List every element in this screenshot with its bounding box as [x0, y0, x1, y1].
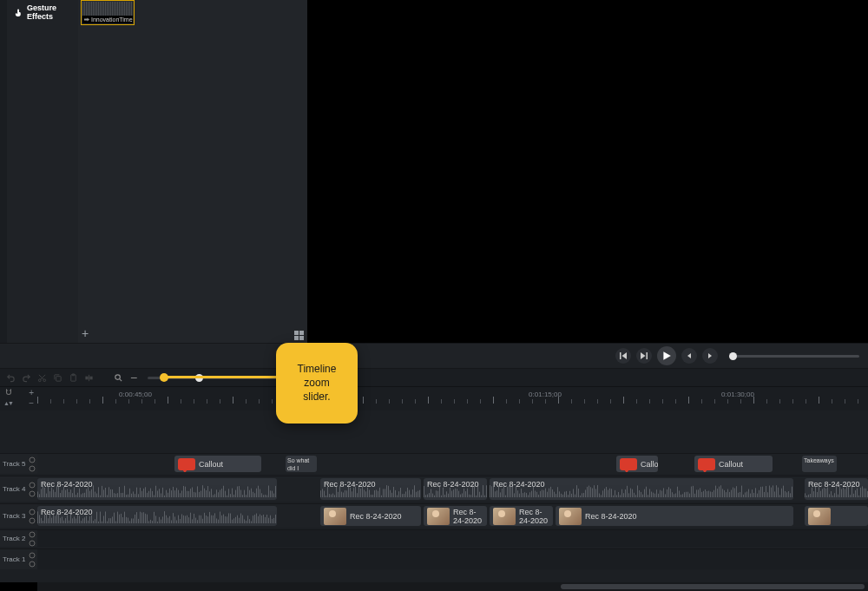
track-header[interactable]: Track 3 [0, 503, 37, 528]
callout-icon [178, 458, 195, 470]
svg-rect-8 [89, 376, 92, 379]
svg-rect-437 [829, 494, 830, 497]
track-lane[interactable]: Rec 8-24-2020Rec 8-24-2020Rec 8-24-2020R… [37, 503, 868, 528]
timeline-clip[interactable]: Rec 8-24-2020 [556, 506, 793, 526]
track-header[interactable]: Track 4 [0, 476, 37, 502]
zoom-out-button[interactable]: − [128, 372, 139, 383]
svg-rect-183 [372, 495, 373, 497]
svg-rect-132 [240, 490, 241, 497]
svg-rect-493 [91, 515, 92, 523]
redo-button[interactable] [21, 372, 31, 383]
timeline-clip[interactable]: Rec 8-24-2020 [490, 478, 793, 500]
svg-rect-488 [82, 518, 83, 523]
timeline-clip[interactable]: Rec 8-24-2020 [37, 506, 277, 526]
preview-scrubber[interactable] [729, 355, 859, 358]
timeline-clip[interactable]: Rec 8-24-2020 [37, 478, 277, 500]
timeline-clip[interactable]: Callout [174, 456, 261, 472]
play-button[interactable] [657, 346, 676, 365]
timeline-clip[interactable]: Rec 8-24-2020 [424, 506, 487, 526]
svg-rect-92 [171, 490, 172, 497]
svg-rect-304 [587, 487, 588, 497]
svg-rect-371 [703, 491, 704, 497]
remove-track-button[interactable]: − [29, 398, 34, 408]
track-lane[interactable] [37, 548, 868, 569]
magnet-snap-toggle[interactable] [3, 387, 14, 397]
next-frame-button[interactable] [636, 348, 652, 364]
timeline-horizontal-scrollbar[interactable] [37, 582, 868, 591]
track-lane[interactable] [37, 529, 868, 547]
svg-rect-413 [776, 485, 777, 497]
callout-icon [698, 458, 715, 470]
split-button[interactable] [83, 372, 94, 383]
timeline-clip[interactable]: Callout [616, 456, 658, 472]
svg-rect-59 [114, 493, 115, 497]
timeline-clip[interactable]: Takeaways [802, 456, 837, 472]
timeline-clip[interactable]: Rec 8-24-2020 [424, 478, 487, 500]
svg-rect-570 [225, 516, 226, 523]
svg-rect-210 [419, 490, 420, 497]
prev-frame-button[interactable] [615, 348, 631, 364]
track-toggle-icons[interactable] [27, 549, 37, 569]
svg-rect-287 [557, 487, 558, 497]
track-lane[interactable]: Rec 8-24-2020Rec 8-24-2020Rec 8-24-2020R… [37, 476, 868, 502]
svg-rect-444 [841, 489, 842, 497]
add-media-button[interactable]: + [82, 326, 89, 340]
preview-scrubber-handle[interactable] [729, 352, 737, 360]
timeline-clip[interactable]: Rec 8-24-2020 [805, 478, 868, 500]
track-header[interactable]: Track 1 [0, 548, 37, 569]
svg-rect-203 [407, 488, 408, 497]
timeline-scrollbar-thumb[interactable] [561, 584, 865, 589]
svg-rect-293 [568, 495, 569, 497]
timeline-clip[interactable]: Callout [694, 456, 773, 472]
svg-rect-46 [91, 489, 92, 497]
media-bin[interactable]: InnovationTime + [78, 0, 308, 343]
track-collapse-toggle[interactable]: ▲▼ [3, 400, 12, 406]
svg-rect-207 [414, 485, 415, 497]
svg-rect-156 [326, 496, 326, 497]
svg-rect-199 [400, 488, 401, 497]
copy-button[interactable] [52, 372, 62, 383]
svg-rect-333 [637, 485, 638, 497]
undo-button[interactable] [5, 372, 16, 383]
next-marker-button[interactable] [702, 348, 718, 364]
svg-rect-242 [477, 486, 478, 497]
svg-rect-552 [194, 514, 194, 523]
svg-rect-21 [48, 486, 49, 497]
svg-rect-567 [220, 512, 220, 523]
timeline-clip[interactable]: Rec 8-24-2020 [320, 478, 421, 500]
timeline-clip[interactable] [805, 506, 868, 526]
svg-rect-27 [58, 487, 59, 497]
svg-rect-554 [197, 520, 198, 523]
svg-rect-37 [76, 495, 76, 497]
clip-label: Callout [719, 460, 743, 469]
paste-button[interactable] [68, 372, 78, 383]
video-thumbnail [808, 508, 831, 525]
svg-rect-270 [528, 495, 529, 497]
media-clip-thumbnail[interactable]: InnovationTime [81, 0, 135, 25]
preview-canvas[interactable] [308, 0, 868, 343]
timeline-clip[interactable]: Rec 8-24-2020 [320, 506, 421, 526]
svg-rect-254 [500, 492, 501, 497]
track-header[interactable]: Track 2 [0, 529, 37, 547]
library-tab-gesture-effects[interactable]: Gesture Effects [14, 3, 78, 21]
clip-label: Rec 8-24-2020 [585, 512, 637, 521]
svg-rect-126 [230, 494, 231, 497]
svg-rect-572 [228, 513, 229, 523]
cut-button[interactable] [36, 372, 47, 383]
track-toggle-icons[interactable] [27, 530, 37, 547]
svg-rect-79 [148, 491, 149, 497]
svg-rect-209 [418, 491, 418, 497]
track-lane[interactable]: CalloutSo what did I learn?CalloutCallou… [37, 453, 868, 474]
transport-bar [0, 343, 868, 369]
bin-view-grid-toggle[interactable] [294, 331, 304, 340]
track-toggle-icons[interactable] [27, 454, 37, 474]
timeline-clip[interactable]: So what did I learn? [286, 456, 317, 472]
prev-marker-button[interactable] [681, 348, 697, 364]
track-toggle-icons[interactable] [27, 476, 37, 502]
add-track-button[interactable]: + [29, 388, 34, 397]
timeline-clip[interactable]: Rec 8-24-2020 [490, 506, 553, 526]
track-toggle-icons[interactable] [27, 504, 37, 528]
track-header[interactable]: Track 5 [0, 453, 37, 474]
svg-rect-58 [112, 489, 113, 497]
timeline-ruler[interactable]: 0:00:45;000:01:15;000:01:30;00 [37, 386, 868, 410]
